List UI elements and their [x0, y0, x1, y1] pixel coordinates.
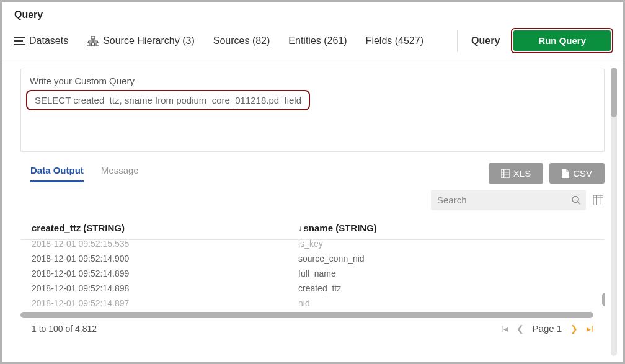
file-icon	[562, 169, 569, 178]
run-query-button[interactable]: Run Query	[513, 30, 611, 51]
svg-point-16	[572, 196, 578, 202]
cell: source_conn_nid	[298, 254, 365, 264]
page-title: Query	[14, 9, 611, 20]
cell: 2018-12-01 09:52:14.897	[32, 298, 298, 308]
cell: is_key	[298, 240, 323, 249]
sources-button[interactable]: Sources (82)	[213, 35, 270, 47]
fields-label: Fields (4527)	[366, 35, 423, 47]
toolbar-left: Datasets Source Hierarchy (3) Sources (8…	[14, 35, 423, 47]
cell: full_name	[298, 269, 336, 278]
query-editor: Write your Custom Query SELECT created_t…	[20, 69, 605, 152]
cell: created_ttz	[298, 283, 341, 293]
toolbar-right: Query Run Query	[457, 28, 613, 53]
search-input[interactable]	[431, 190, 586, 210]
query-text[interactable]: SELECT created_ttz, sname from podium_co…	[35, 95, 301, 105]
svg-rect-12	[501, 169, 510, 178]
table-scrollbar[interactable]	[603, 240, 605, 308]
hierarchy-label: Source Hierarchy (3)	[103, 35, 195, 47]
tab-data-output[interactable]: Data Output	[30, 165, 84, 182]
toolbar: Datasets Source Hierarchy (3) Sources (8…	[2, 24, 623, 60]
search-box	[431, 190, 586, 210]
columns-icon[interactable]	[592, 194, 605, 206]
csv-label: CSV	[573, 168, 592, 179]
cell: nid	[298, 298, 310, 308]
pager-last-icon[interactable]: ▸I	[587, 324, 593, 334]
run-query-highlight: Run Query	[511, 28, 613, 53]
cell: 2018-12-01 09:52:15.535	[32, 240, 298, 249]
svg-rect-18	[593, 195, 603, 205]
export-csv-button[interactable]: CSV	[549, 163, 605, 184]
pager-first-icon[interactable]: I◂	[501, 324, 508, 334]
results-table: created_ttz (STRING) ↓ sname (STRING) 20…	[20, 216, 605, 334]
pager: I◂ ❮ Page 1 ❯ ▸I	[501, 323, 593, 334]
table-row: 2018-12-01 09:52:15.535 is_key	[20, 240, 605, 251]
col2-label: sname (STRING)	[304, 223, 377, 233]
xls-label: XLS	[513, 168, 531, 179]
query-editor-label: Write your Custom Query	[30, 76, 595, 86]
table-row: 2018-12-01 09:52:14.897 nid	[20, 296, 605, 311]
tabs-row: Data Output Message XLS CSV	[20, 163, 605, 184]
pager-next-icon[interactable]: ❯	[570, 324, 578, 334]
list-icon	[14, 36, 25, 46]
app-frame: Query Datasets Source Hierarchy (3) Sour…	[0, 0, 625, 364]
table-row: 2018-12-01 09:52:14.898 created_ttz	[20, 281, 605, 296]
cell: 2018-12-01 09:52:14.898	[32, 283, 298, 293]
spreadsheet-icon	[501, 169, 510, 178]
tab-message[interactable]: Message	[101, 165, 139, 182]
header: Query	[2, 2, 623, 24]
svg-line-17	[578, 202, 580, 204]
export-buttons: XLS CSV	[489, 163, 605, 184]
table-header: created_ttz (STRING) ↓ sname (STRING)	[20, 216, 605, 240]
table-body: 2018-12-01 09:52:15.535 is_key 2018-12-0…	[20, 240, 605, 311]
search-icon	[572, 195, 581, 205]
content: Write your Custom Query SELECT created_t…	[2, 60, 623, 361]
datasets-button[interactable]: Datasets	[14, 35, 68, 47]
fields-button[interactable]: Fields (4527)	[366, 35, 423, 47]
table-scrollbar-thumb[interactable]	[602, 293, 605, 306]
pager-prev-icon[interactable]: ❮	[516, 324, 524, 334]
sort-desc-icon: ↓	[298, 223, 303, 233]
svg-rect-3	[91, 36, 95, 39]
pager-page-label: Page 1	[533, 323, 562, 334]
horizontal-scrollbar[interactable]	[20, 311, 605, 318]
sources-label: Sources (82)	[213, 35, 270, 47]
source-hierarchy-button[interactable]: Source Hierarchy (3)	[87, 35, 195, 47]
table-footer: 1 to 100 of 4,812 I◂ ❮ Page 1 ❯ ▸I	[20, 318, 605, 334]
svg-rect-6	[96, 43, 99, 46]
horizontal-scrollbar-thumb[interactable]	[20, 312, 593, 318]
result-tabs: Data Output Message	[20, 165, 139, 182]
query-text-highlight: SELECT created_ttz, sname from podium_co…	[26, 90, 310, 110]
svg-rect-5	[92, 43, 95, 46]
column-header-created-ttz[interactable]: created_ttz (STRING)	[32, 223, 298, 233]
hierarchy-icon	[87, 36, 99, 46]
svg-rect-4	[87, 43, 90, 46]
entities-button[interactable]: Entities (261)	[288, 35, 347, 47]
cell: 2018-12-01 09:52:14.899	[32, 269, 298, 278]
row-range: 1 to 100 of 4,812	[32, 324, 97, 334]
search-row	[20, 190, 605, 210]
column-header-sname[interactable]: ↓ sname (STRING)	[298, 223, 605, 233]
datasets-label: Datasets	[29, 35, 68, 47]
entities-label: Entities (261)	[288, 35, 347, 47]
query-tab[interactable]: Query	[457, 30, 500, 52]
table-row: 2018-12-01 09:52:14.899 full_name	[20, 266, 605, 281]
cell: 2018-12-01 09:52:14.900	[32, 254, 298, 264]
table-row: 2018-12-01 09:52:14.900 source_conn_nid	[20, 251, 605, 266]
export-xls-button[interactable]: XLS	[489, 163, 543, 184]
